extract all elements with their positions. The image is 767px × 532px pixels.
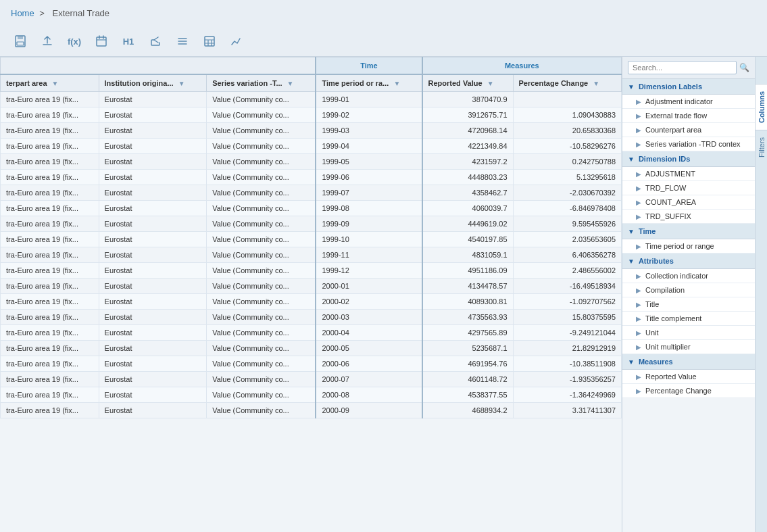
panel-item[interactable]: ▶Title	[622, 297, 755, 312]
table-row: tra-Euro area 19 (fix... Eurostat Value …	[1, 216, 622, 232]
cell-time: 1999-11	[316, 247, 422, 263]
col-header-institution[interactable]: Institution origina... ▼	[99, 74, 207, 92]
cell-pct-change: -1.935356257	[513, 372, 621, 387]
panel-item-label: Unit	[645, 329, 659, 337]
col-header-pct-change[interactable]: Percentage Change ▼	[513, 74, 621, 92]
cell-counterpart: tra-Euro area 19 (fix...	[1, 123, 99, 139]
upload-icon[interactable]	[38, 32, 57, 51]
cell-counterpart: tra-Euro area 19 (fix...	[1, 232, 99, 247]
table-row: tra-Euro area 19 (fix... Eurostat Value …	[1, 341, 622, 356]
panel-sections: ▼Dimension Labels▶Adjustment indicator▶E…	[622, 79, 755, 398]
group-header-row: Time Measures	[1, 57, 622, 75]
panel-item-label: Reported Value	[645, 372, 697, 381]
panel-item[interactable]: ▶Reported Value	[622, 370, 755, 384]
cell-counterpart: tra-Euro area 19 (fix...	[1, 185, 99, 201]
formula-icon[interactable]: f(x)	[65, 32, 84, 51]
cell-reported: 4601148.72	[422, 372, 513, 387]
cell-counterpart: tra-Euro area 19 (fix...	[1, 372, 99, 387]
cell-time: 1999-06	[316, 170, 422, 185]
panel-item-label: Compilation	[645, 286, 685, 294]
cell-series: Value (Community co...	[207, 341, 316, 356]
table-icon[interactable]	[200, 32, 219, 51]
breadcrumb-home[interactable]: Home	[11, 8, 34, 18]
panel-search-input[interactable]	[628, 61, 737, 74]
col-header-time[interactable]: Time period or ra... ▼	[316, 74, 422, 92]
panel-item[interactable]: ▶COUNT_AREA	[622, 195, 755, 210]
section-header-attributes[interactable]: ▼Attributes	[622, 253, 755, 269]
panel-item[interactable]: ▶Adjustment indicator	[622, 95, 755, 109]
section-label: Dimension IDs	[639, 155, 690, 163]
cell-pct-change: 6.406356278	[513, 247, 621, 263]
section-label: Dimension Labels	[639, 82, 702, 91]
cell-institution: Eurostat	[99, 185, 207, 201]
cell-reported: 4720968.14	[422, 123, 513, 139]
cell-time: 1999-01	[316, 92, 422, 107]
section-header-time[interactable]: ▼Time	[622, 224, 755, 239]
cell-reported: 4688934.2	[422, 403, 513, 418]
svg-rect-2	[17, 42, 24, 45]
panel-item-label: Series variation -TRD contex	[645, 140, 741, 148]
cell-series: Value (Community co...	[207, 279, 316, 294]
cell-institution: Eurostat	[99, 356, 207, 372]
cell-time: 2000-09	[316, 403, 422, 418]
chart-icon[interactable]	[227, 32, 246, 51]
cell-reported: 4297565.89	[422, 325, 513, 341]
cell-reported: 5235687.1	[422, 341, 513, 356]
panel-item[interactable]: ▶TRD_FLOW	[622, 181, 755, 195]
cell-pct-change: -9.249121044	[513, 325, 621, 341]
cell-reported: 4951186.09	[422, 263, 513, 279]
panel-item[interactable]: ▶Unit	[622, 326, 755, 340]
table-scroll-container[interactable]: Time Measures terpart area ▼ Institution…	[0, 57, 622, 532]
cell-counterpart: tra-Euro area 19 (fix...	[1, 201, 99, 216]
panel-item-label: External trade flow	[645, 112, 707, 120]
section-header-dimension-ids[interactable]: ▼Dimension IDs	[622, 151, 755, 167]
panel-item[interactable]: ▶Compilation	[622, 283, 755, 297]
panel-item[interactable]: ▶External trade flow	[622, 109, 755, 123]
cell-institution: Eurostat	[99, 92, 207, 107]
panel-item[interactable]: ▶Unit multiplier	[622, 340, 755, 354]
cell-reported: 4221349.84	[422, 139, 513, 154]
cell-time: 2000-04	[316, 325, 422, 341]
cell-institution: Eurostat	[99, 123, 207, 139]
col-header-series[interactable]: Series variation -T... ▼	[207, 74, 316, 92]
cell-reported: 4538377.55	[422, 387, 513, 403]
save-icon[interactable]	[11, 32, 30, 51]
table-row: tra-Euro area 19 (fix... Eurostat Value …	[1, 387, 622, 403]
section-header-dimension-labels[interactable]: ▼Dimension Labels	[622, 79, 755, 95]
item-chevron-icon: ▶	[636, 287, 641, 294]
calendar-icon[interactable]	[92, 32, 111, 51]
cell-time: 1999-12	[316, 263, 422, 279]
item-chevron-icon: ▶	[636, 126, 641, 134]
col-header-reported[interactable]: Reported Value ▼	[422, 74, 513, 92]
panel-item-label: ADJUSTMENT	[645, 170, 695, 178]
panel-item[interactable]: ▶Counterpart area	[622, 123, 755, 137]
item-chevron-icon: ▶	[636, 243, 641, 250]
section-header-measures[interactable]: ▼Measures	[622, 354, 755, 370]
table-row: tra-Euro area 19 (fix... Eurostat Value …	[1, 279, 622, 294]
cell-reported: 4831059.1	[422, 247, 513, 263]
panel-item[interactable]: ▶ADJUSTMENT	[622, 167, 755, 181]
tab-columns[interactable]: Columns	[756, 84, 767, 130]
panel-item-label: Title complement	[645, 314, 701, 322]
share-icon[interactable]	[146, 32, 165, 51]
cell-series: Value (Community co...	[207, 356, 316, 372]
tab-filters[interactable]: Filters	[756, 130, 767, 164]
main-content: Time Measures terpart area ▼ Institution…	[0, 57, 767, 532]
chevron-icon: ▼	[628, 155, 635, 163]
panel-item[interactable]: ▶Time period or range	[622, 239, 755, 253]
h1-icon[interactable]: H1	[119, 32, 138, 51]
col-header-counterpart[interactable]: terpart area ▼	[1, 74, 99, 92]
panel-item[interactable]: ▶Series variation -TRD contex	[622, 137, 755, 151]
cell-series: Value (Community co...	[207, 216, 316, 232]
cell-series: Value (Community co...	[207, 387, 316, 403]
cell-series: Value (Community co...	[207, 294, 316, 310]
cell-time: 1999-07	[316, 185, 422, 201]
table-row: tra-Euro area 19 (fix... Eurostat Value …	[1, 170, 622, 185]
cell-pct-change: 2.035653605	[513, 232, 621, 247]
panel-item[interactable]: ▶Percentage Change	[622, 384, 755, 398]
panel-item[interactable]: ▶TRD_SUFFIX	[622, 210, 755, 224]
panel-item[interactable]: ▶Title complement	[622, 312, 755, 326]
list-icon[interactable]	[173, 32, 192, 51]
table-row: tra-Euro area 19 (fix... Eurostat Value …	[1, 310, 622, 325]
panel-item[interactable]: ▶Collection indicator	[622, 269, 755, 283]
